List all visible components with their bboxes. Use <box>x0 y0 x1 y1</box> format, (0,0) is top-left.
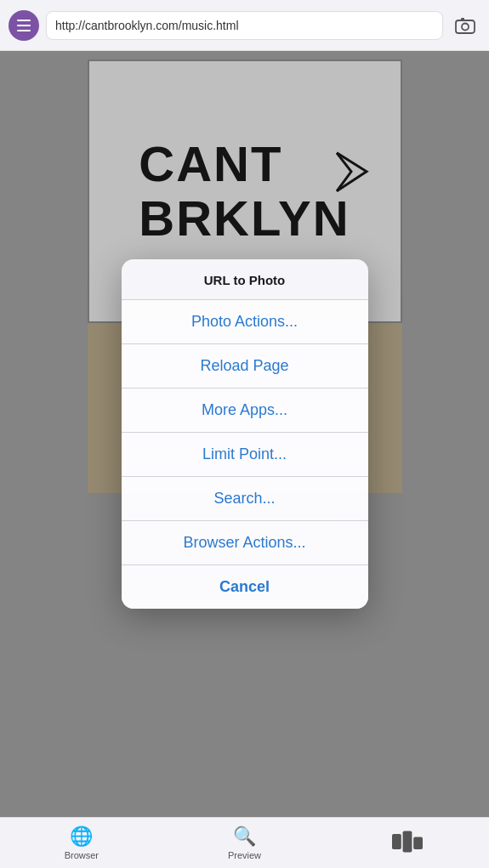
browser-actions-item[interactable]: Browser Actions... <box>122 521 368 565</box>
page-content: CANT BRKLYN Nocturne EP - Tom Chief URL … <box>0 51 489 817</box>
search-item[interactable]: Search... <box>122 477 368 521</box>
preview-icon: 🔍 <box>233 825 256 848</box>
action-sheet: URL to Photo Photo Actions... Reload Pag… <box>122 259 368 609</box>
svg-rect-3 <box>392 834 401 849</box>
tab-browser[interactable]: 🌐 Browser <box>56 825 107 860</box>
url-bar[interactable]: http://cantbrooklyn.com/music.html <box>46 11 443 40</box>
svg-rect-0 <box>456 20 475 33</box>
url-text: http://cantbrooklyn.com/music.html <box>55 19 239 32</box>
browser-bar: http://cantbrooklyn.com/music.html <box>0 0 489 51</box>
limit-point-item[interactable]: Limit Point... <box>122 433 368 477</box>
reload-page-item[interactable]: Reload Page <box>122 344 368 389</box>
svg-rect-4 <box>403 831 412 852</box>
svg-rect-5 <box>413 837 423 849</box>
more-apps-item[interactable]: More Apps... <box>122 389 368 433</box>
tab-preview-label: Preview <box>228 850 261 860</box>
menu-button[interactable] <box>9 10 39 41</box>
camera-button[interactable] <box>450 10 480 41</box>
action-sheet-overlay: URL to Photo Photo Actions... Reload Pag… <box>0 51 489 817</box>
tab-bar: 🌐 Browser 🔍 Preview <box>0 817 489 868</box>
browser-icon: 🌐 <box>70 825 93 848</box>
tab-share[interactable] <box>382 830 433 856</box>
svg-point-1 <box>462 23 469 30</box>
photo-actions-item[interactable]: Photo Actions... <box>122 300 368 344</box>
svg-rect-2 <box>461 18 464 20</box>
cancel-button[interactable]: Cancel <box>122 565 368 609</box>
abil-icon <box>392 830 423 854</box>
action-sheet-title: URL to Photo <box>122 259 368 300</box>
tab-preview[interactable]: 🔍 Preview <box>219 825 270 860</box>
tab-browser-label: Browser <box>65 850 99 860</box>
